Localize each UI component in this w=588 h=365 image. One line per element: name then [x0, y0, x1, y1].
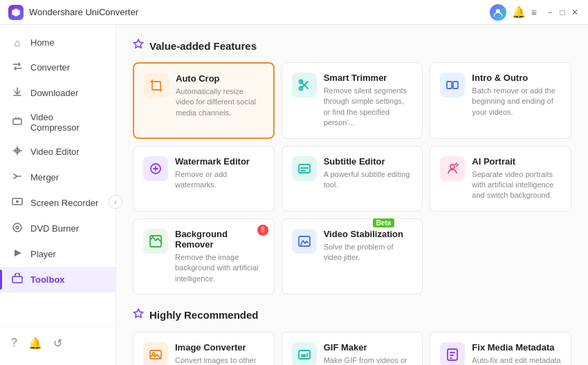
value-added-section-icon: [133, 39, 144, 53]
svg-rect-8: [152, 82, 160, 90]
intro-outro-info: Intro & Outro Batch remove or add the be…: [472, 73, 561, 118]
subtitle-editor-info: Subtitle Editor A powerful subtitle edit…: [324, 156, 413, 191]
subtitle-editor-icon: [292, 156, 317, 181]
auto-crop-title: Auto Crop: [176, 73, 264, 84]
background-remover-info: Background Remover Remove the image back…: [175, 229, 264, 284]
sidebar-item-home[interactable]: ⌂ Home: [0, 30, 116, 55]
feedback-icon[interactable]: ↺: [53, 337, 62, 350]
background-remover-desc: Remove the image background with artific…: [175, 252, 264, 284]
feature-card-background-remover[interactable]: Background Remover Remove the image back…: [133, 218, 275, 294]
notification-bell-button[interactable]: 🔔: [512, 6, 526, 19]
sidebar-label-video-compressor: Video Compressor: [30, 112, 104, 133]
screen-recorder-icon: [11, 196, 24, 209]
watermark-editor-title: Watermark Editor: [175, 156, 264, 167]
subtitle-editor-title: Subtitle Editor: [324, 156, 413, 167]
smart-trimmer-desc: Remove silent segments through simple se…: [324, 86, 413, 129]
help-icon[interactable]: ?: [11, 337, 17, 350]
svg-rect-7: [12, 277, 22, 283]
auto-crop-desc: Automatically resize video for different…: [176, 86, 264, 118]
close-button[interactable]: ✕: [570, 8, 580, 17]
sidebar-item-converter[interactable]: Converter: [0, 55, 116, 80]
sidebar-item-downloader[interactable]: Downloader: [0, 80, 116, 106]
video-compressor-icon: [11, 116, 24, 129]
watermark-editor-info: Watermark Editor Remove or add watermark…: [175, 156, 264, 191]
feature-card-subtitle-editor[interactable]: Subtitle Editor A powerful subtitle edit…: [282, 146, 423, 212]
sidebar-item-merger[interactable]: Merger: [0, 165, 116, 190]
ai-portrait-desc: Separate video portraits with artificial…: [472, 169, 561, 201]
background-remover-icon: [143, 229, 168, 254]
image-converter-icon: [143, 342, 168, 365]
intro-outro-desc: Batch remove or add the beginning and en…: [472, 86, 561, 118]
highly-recommended-section-icon: [133, 308, 144, 322]
subtitle-editor-desc: A powerful subtitle editing tool.: [324, 169, 413, 191]
svg-point-5: [13, 223, 21, 232]
sidebar-bottom-icons: ? 🔔 ↺: [0, 333, 116, 354]
fix-media-metadata-title: Fix Media Metadata: [472, 342, 561, 353]
feature-card-video-stabilization[interactable]: Beta Video Stabilization Solve the probl…: [282, 218, 423, 294]
fix-media-metadata-icon: [440, 342, 465, 365]
sidebar-item-player[interactable]: Player: [0, 241, 116, 267]
gif-maker-desc: Make GIF from videos or pictures.: [324, 355, 413, 365]
user-avatar-button[interactable]: [490, 4, 506, 21]
ai-portrait-icon: [440, 156, 465, 181]
sidebar-label-dvd-burner: DVD Burner: [30, 223, 79, 234]
fix-media-metadata-info: Fix Media Metadata Auto-fix and edit met…: [472, 342, 561, 365]
maximize-button[interactable]: □: [558, 8, 567, 17]
sidebar-item-toolbox[interactable]: Toolbox: [0, 267, 116, 292]
feature-card-intro-outro[interactable]: Intro & Outro Batch remove or add the be…: [430, 62, 571, 139]
notifications-icon[interactable]: 🔔: [28, 337, 42, 350]
feature-card-auto-crop[interactable]: Auto Crop Automatically resize video for…: [133, 62, 275, 139]
svg-point-6: [16, 226, 19, 229]
highly-recommended-features-grid: Image Converter Convert images to other …: [133, 332, 571, 365]
smart-trimmer-title: Smart Trimmer: [324, 73, 413, 83]
app-logo: [8, 5, 24, 20]
feature-card-smart-trimmer[interactable]: Smart Trimmer Remove silent segments thr…: [282, 62, 423, 139]
sidebar-collapse-button[interactable]: ‹: [109, 195, 122, 209]
feature-card-watermark-editor[interactable]: Watermark Editor Remove or add watermark…: [133, 146, 275, 212]
titlebar-right-controls: 🔔 ≡: [490, 4, 537, 21]
sidebar-label-converter: Converter: [30, 62, 70, 73]
sidebar-item-video-compressor[interactable]: Video Compressor: [0, 106, 116, 139]
minimize-button[interactable]: −: [545, 8, 555, 17]
svg-rect-11: [447, 82, 452, 88]
intro-outro-title: Intro & Outro: [472, 73, 561, 83]
video-stabilization-icon: [292, 229, 317, 254]
ai-portrait-title: AI Portrait: [472, 156, 561, 167]
sidebar: ‹ ⌂ Home Converter Downloader Video Comp…: [0, 25, 116, 365]
sidebar-label-toolbox: Toolbox: [30, 274, 65, 285]
main-layout: ‹ ⌂ Home Converter Downloader Video Comp…: [0, 25, 588, 365]
highly-recommended-section-header: Highly Recommended: [133, 308, 571, 322]
window-controls: − □ ✕: [545, 8, 580, 17]
toolbox-icon: [11, 273, 24, 286]
svg-rect-12: [453, 82, 458, 88]
watermark-editor-desc: Remove or add watermarks.: [175, 169, 264, 191]
sidebar-label-player: Player: [30, 249, 56, 259]
smart-trimmer-info: Smart Trimmer Remove silent segments thr…: [324, 73, 413, 129]
background-remover-title: Background Remover: [175, 229, 264, 250]
sidebar-bottom: ? 🔔 ↺: [0, 326, 116, 359]
sidebar-item-screen-recorder[interactable]: Screen Recorder: [0, 190, 116, 216]
image-converter-title: Image Converter: [175, 342, 264, 353]
value-added-section-title: Value-added Features: [149, 40, 257, 52]
gif-maker-title: GIF Maker: [324, 342, 413, 353]
feature-card-fix-media-metadata[interactable]: Fix Media Metadata Auto-fix and edit met…: [430, 332, 571, 365]
hamburger-menu-button[interactable]: ≡: [531, 7, 537, 18]
feature-card-image-converter[interactable]: Image Converter Convert images to other …: [133, 332, 275, 365]
sidebar-item-dvd-burner[interactable]: DVD Burner: [0, 216, 116, 241]
smart-trimmer-icon: [292, 73, 317, 97]
feature-card-ai-portrait[interactable]: AI Portrait Separate video portraits wit…: [430, 146, 571, 212]
image-converter-info: Image Converter Convert images to other …: [175, 342, 264, 365]
video-stabilization-desc: Solve the problem of video jitter.: [324, 242, 413, 263]
sidebar-label-merger: Merger: [30, 172, 59, 182]
sidebar-label-video-editor: Video Editor: [30, 147, 80, 157]
auto-crop-info: Auto Crop Automatically resize video for…: [176, 73, 264, 118]
player-icon: [11, 247, 24, 261]
feature-card-gif-maker[interactable]: GIF Maker Make GIF from videos or pictur…: [282, 332, 423, 365]
video-editor-icon: [11, 145, 24, 158]
gif-maker-icon: [292, 342, 317, 365]
content-area: Value-added Features Auto Crop Automatic…: [116, 25, 588, 365]
svg-rect-1: [13, 119, 21, 124]
video-stabilization-info: Video Stabilization Solve the problem of…: [324, 229, 413, 263]
sidebar-item-video-editor[interactable]: Video Editor: [0, 139, 116, 165]
app-title: Wondershare UniConverter: [29, 7, 490, 17]
